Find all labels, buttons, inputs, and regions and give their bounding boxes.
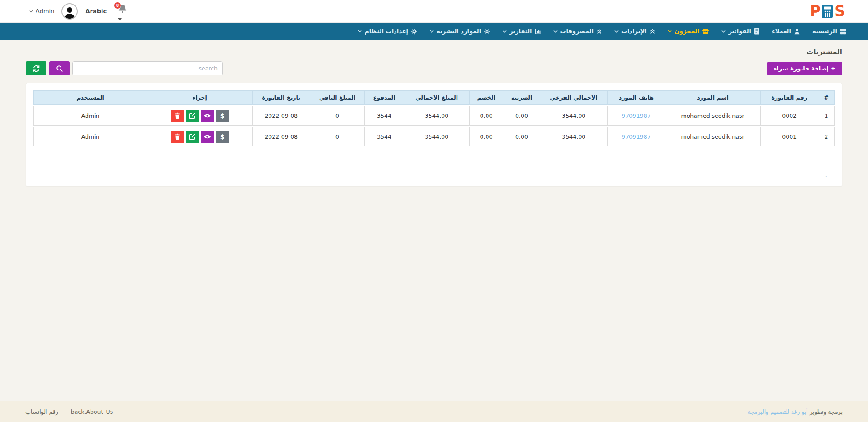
notifications-bell[interactable]: 8 — [114, 4, 127, 19]
column-header-index: # — [818, 90, 835, 105]
nav-label: التقارير — [509, 28, 532, 35]
nav-label: إعدادات النظام — [365, 28, 408, 35]
invoice-icon — [754, 28, 760, 35]
main-content: المشتريات + إضافة فاتورة شراء — [0, 40, 868, 186]
trash-icon — [174, 112, 180, 119]
chevron-down-icon — [358, 30, 362, 33]
nav-item-expenses[interactable]: المصروفات — [553, 28, 603, 35]
nav-item-customers[interactable]: العملاء — [772, 28, 800, 35]
supplier-phone-link[interactable]: 97091987 — [622, 112, 651, 119]
dollar-icon: $ — [220, 112, 225, 120]
view-button[interactable] — [201, 131, 214, 143]
table-row: 1 0002 mohamed seddik nasr 97091987 3544… — [33, 106, 835, 126]
cell-tax: 0.00 — [503, 127, 540, 146]
main-navbar: الرئيسية العملاء الفواتير — [0, 23, 868, 40]
search-button[interactable] — [49, 61, 70, 75]
eye-icon — [203, 134, 211, 140]
nav-item-system-settings[interactable]: إعدادات النظام — [358, 28, 417, 35]
nav-label: الإيرادات — [621, 28, 647, 35]
cell-paid: 3544 — [364, 127, 403, 146]
column-header-invoice-no: رقم الفاتورة — [760, 90, 818, 105]
card-footnote: . — [825, 172, 827, 179]
purchases-table: # رقم الفاتورة اسم المورد هاتف المورد ال… — [33, 89, 835, 148]
column-header-discount: الخصم — [469, 90, 503, 105]
nav-label: المخزون — [675, 28, 700, 35]
calculator-icon — [821, 4, 834, 19]
nav-label: الرئيسية — [812, 28, 837, 35]
about-link[interactable]: back.About_Us — [71, 408, 113, 415]
language-selector[interactable]: Arabic — [85, 8, 107, 15]
delete-button[interactable] — [171, 110, 184, 122]
column-header-paid: المدفوع — [364, 90, 403, 105]
column-header-subtotal: الاجمالي الفرعي — [540, 90, 607, 105]
admin-dropdown[interactable]: Admin — [29, 8, 54, 15]
search-input[interactable] — [72, 61, 223, 75]
chevron-down-icon — [668, 30, 672, 33]
row-actions: $ — [147, 131, 252, 143]
search-group — [26, 61, 223, 75]
nav-item-invoices[interactable]: الفواتير — [721, 28, 760, 35]
chevron-down-icon — [118, 18, 122, 20]
chart-column-icon — [535, 28, 541, 35]
cell-subtotal: 3544.00 — [540, 127, 607, 146]
nav-item-hr[interactable]: الموارد البشرية — [430, 28, 490, 35]
refresh-button[interactable] — [26, 61, 46, 75]
cell-index: 2 — [818, 127, 835, 146]
footer-links: back.About_Us رقم الواتساب — [25, 408, 113, 415]
nav-item-reports[interactable]: التقارير — [503, 28, 541, 35]
nav-item-home[interactable]: الرئيسية — [812, 28, 846, 35]
edit-button[interactable] — [186, 131, 199, 143]
edit-icon — [189, 133, 196, 140]
cell-remaining: 0 — [310, 127, 365, 146]
nav-item-inventory[interactable]: المخزون — [668, 28, 710, 35]
gear-icon — [484, 28, 490, 35]
cell-tax: 0.00 — [503, 106, 540, 126]
purchases-card: # رقم الفاتورة اسم المورد هاتف المورد ال… — [26, 83, 842, 186]
cell-invoice-no: 0002 — [760, 106, 818, 126]
add-purchase-invoice-button[interactable]: + إضافة فاتورة شراء — [767, 62, 842, 75]
supplier-phone-link[interactable]: 97091987 — [622, 133, 651, 140]
toolbar: + إضافة فاتورة شراء — [26, 61, 842, 75]
store-icon — [702, 28, 709, 35]
avatar[interactable] — [61, 3, 78, 20]
table-row: 2 0001 mohamed seddik nasr 97091987 3544… — [33, 127, 835, 146]
cell-index: 1 — [818, 106, 835, 126]
pay-button[interactable]: $ — [216, 110, 229, 122]
whatsapp-label: رقم الواتساب — [25, 408, 58, 415]
cell-date: 2022-09-08 — [252, 106, 310, 126]
eye-icon — [203, 113, 211, 119]
user-icon — [794, 28, 800, 35]
credit-prefix: برمجة وتطوير — [810, 408, 843, 415]
refresh-icon — [32, 65, 40, 72]
column-header-tax: الضريبة — [503, 90, 540, 105]
dollar-icon: $ — [220, 133, 225, 141]
gear-icon — [411, 28, 417, 35]
chevron-down-icon — [503, 30, 507, 33]
cell-paid: 3544 — [364, 106, 403, 126]
delete-button[interactable] — [171, 131, 184, 143]
edit-button[interactable] — [186, 110, 199, 122]
column-header-total: المبلغ الاجمالي — [404, 90, 469, 105]
cell-subtotal: 3544.00 — [540, 106, 607, 126]
angles-up-icon — [650, 28, 655, 35]
credit-link[interactable]: أبو رغد للتصميم والبرمجة — [748, 408, 808, 415]
pos-logo[interactable]: P S — [810, 4, 845, 19]
view-button[interactable] — [201, 110, 214, 122]
cell-supplier-name: mohamed seddik nasr — [665, 127, 761, 146]
nav-item-revenues[interactable]: الإيرادات — [614, 28, 655, 35]
admin-label: Admin — [36, 8, 54, 15]
column-header-supplier-phone: هاتف المورد — [607, 90, 665, 105]
column-header-date: تاريخ الفاتورة — [252, 90, 310, 105]
person-icon — [64, 6, 76, 19]
trash-icon — [174, 133, 180, 140]
cell-remaining: 0 — [310, 106, 365, 126]
cell-user: Admin — [33, 127, 147, 146]
footer: برمجة وتطوير أبو رغد للتصميم والبرمجة ba… — [0, 401, 868, 422]
column-header-actions: إجراء — [147, 90, 252, 105]
column-header-supplier-name: اسم المورد — [665, 90, 761, 105]
topbar: P S 8 Arabic — [0, 0, 868, 23]
cell-total: 3544.00 — [404, 127, 469, 146]
logo-letter-p: P — [810, 4, 821, 19]
grid-icon — [840, 28, 846, 35]
pay-button[interactable]: $ — [216, 131, 229, 143]
